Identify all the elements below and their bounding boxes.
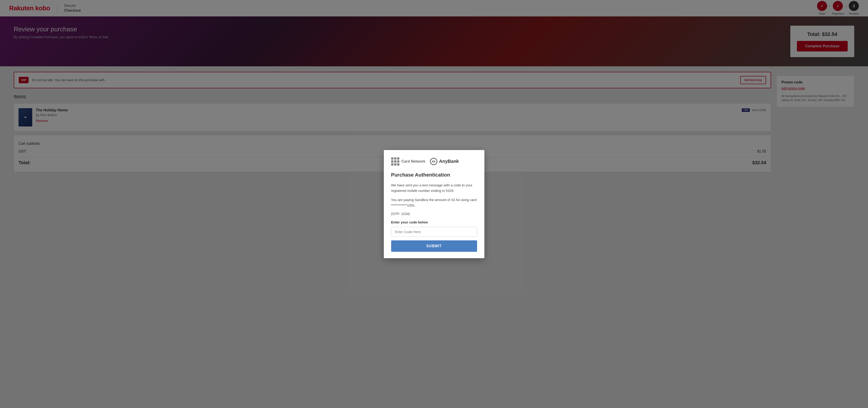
dot xyxy=(397,163,399,166)
anybank-text: AnyBank xyxy=(439,159,459,164)
modal-title: Purchase Authentication xyxy=(391,172,477,178)
code-input[interactable] xyxy=(391,227,477,237)
card-network-logo: Card Network xyxy=(391,157,426,166)
purchase-auth-modal: Card Network AnyBank Purchase Authentica… xyxy=(384,150,485,258)
dot xyxy=(394,163,396,166)
dot xyxy=(397,160,399,163)
anybank-icon xyxy=(430,158,437,165)
card-network-label: Card Network xyxy=(402,159,426,164)
anybank-logo: AnyBank xyxy=(430,158,459,165)
dot xyxy=(391,160,394,163)
modal-logos: Card Network AnyBank xyxy=(391,157,477,166)
card-network-dots-icon xyxy=(391,157,399,166)
dot xyxy=(391,163,394,166)
dot xyxy=(394,157,396,159)
dot xyxy=(397,157,399,159)
modal-code-label: Enter your code below xyxy=(391,220,477,224)
modal-body-text-1: We have sent you a text message with a c… xyxy=(391,182,477,194)
modal-body-text-2: You are paying Sandbox the amount of 32.… xyxy=(391,197,477,208)
submit-button[interactable]: SUBMIT xyxy=(391,240,477,252)
modal-otp-hint: (OTP: 1234) xyxy=(391,212,477,216)
dot xyxy=(394,160,396,163)
dot xyxy=(391,157,394,159)
modal-overlay[interactable]: Card Network AnyBank Purchase Authentica… xyxy=(0,0,868,408)
